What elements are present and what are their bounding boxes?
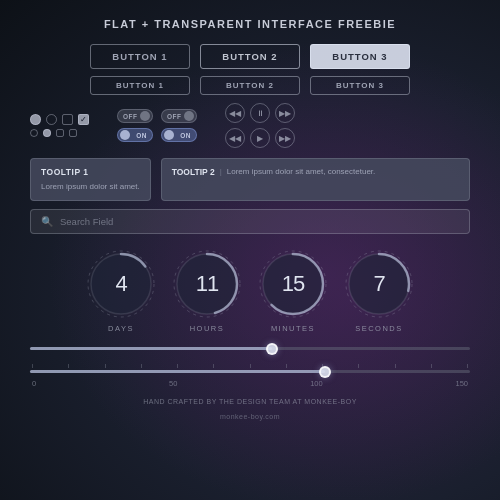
tick-4 [177, 364, 178, 368]
tick-2 [105, 364, 106, 368]
search-field-wrapper[interactable]: 🔍 Search Field [30, 209, 470, 234]
checkbox-3[interactable] [56, 129, 64, 137]
buttons-row-1: BUTTON 1 BUTTON 2 BUTTON 3 [30, 44, 470, 69]
tick-10 [395, 364, 396, 368]
toggle-off-label-1: OFF [123, 113, 138, 120]
media-controls-row-2: ◀◀ ▶ ▶▶ [225, 128, 295, 148]
button-2[interactable]: BUTTON 2 [200, 44, 300, 69]
tooltips-row: TOOLTIP 1 Lorem ipsum dolor sit amet. TO… [30, 158, 470, 201]
tick-5 [213, 364, 214, 368]
button-1-small[interactable]: BUTTON 1 [90, 76, 190, 95]
pause-button[interactable]: ⏸ [250, 103, 270, 123]
toggle-row-1: OFF OFF [117, 109, 197, 123]
timer-hours: 11 HOURS [171, 248, 243, 333]
tick-1 [68, 364, 69, 368]
timer-minutes: 15 MINUTES [257, 248, 329, 333]
radio-2[interactable] [46, 114, 57, 125]
toggles-group: OFF OFF ON ON [117, 109, 197, 142]
prev-button[interactable]: ◀◀ [225, 103, 245, 123]
radio-3[interactable] [30, 129, 38, 137]
footer-line-1: HAND CRAFTED BY THE DESIGN TEAM AT MONKE… [30, 398, 470, 405]
timer-minutes-value: 15 [282, 271, 304, 297]
timer-days-circle: 4 [85, 248, 157, 320]
timer-days-inner: 4 [85, 248, 157, 320]
button-3-small[interactable]: BUTTON 3 [310, 76, 410, 95]
toggle-on-1[interactable]: ON [117, 128, 153, 142]
tick-0 [32, 364, 33, 368]
toggle-knob-4 [164, 130, 174, 140]
prev-button-2[interactable]: ◀◀ [225, 128, 245, 148]
tick-6 [250, 364, 251, 368]
toggle-knob-3 [120, 130, 130, 140]
tick-7 [286, 364, 287, 368]
timer-minutes-label: MINUTES [271, 324, 315, 333]
tick-12 [467, 364, 468, 368]
toggle-knob-1 [140, 111, 150, 121]
timer-minutes-circle: 15 [257, 248, 329, 320]
slider-2-markers: 0 50 100 150 [30, 379, 470, 388]
tooltip-divider: | [220, 167, 222, 176]
tooltip-1-text: Lorem ipsum dolor sit amet. [41, 181, 140, 192]
slider-1-track[interactable] [30, 347, 470, 350]
toggle-on-label-1: ON [136, 132, 147, 139]
timer-days: 4 DAYS [85, 248, 157, 333]
marker-0: 0 [32, 379, 36, 388]
slider-2-wrapper: 0 50 100 150 [30, 364, 470, 388]
footer-line-2: monkee-boy.com [220, 413, 280, 420]
toggle-off-2[interactable]: OFF [161, 109, 197, 123]
timer-seconds-inner: 7 [343, 248, 415, 320]
next-button-2[interactable]: ▶▶ [275, 128, 295, 148]
checkbox-2-checked[interactable]: ✓ [78, 114, 89, 125]
tooltip-1-title: TOOLTIP 1 [41, 167, 140, 177]
timer-days-value: 4 [115, 271, 126, 297]
marker-50: 50 [169, 379, 177, 388]
radio-checkbox-group: ✓ [30, 114, 89, 137]
slider-2-ticks [30, 364, 470, 368]
marker-100: 100 [310, 379, 323, 388]
toggle-on-2[interactable]: ON [161, 128, 197, 142]
slider-2-thumb[interactable] [319, 366, 331, 378]
toggle-row-2: ON ON [117, 128, 197, 142]
toggle-on-label-2: ON [180, 132, 191, 139]
button-1[interactable]: BUTTON 1 [90, 44, 190, 69]
timer-seconds-value: 7 [373, 271, 384, 297]
tick-3 [141, 364, 142, 368]
media-controls-group: ◀◀ ⏸ ▶▶ ◀◀ ▶ ▶▶ [215, 103, 295, 148]
timers-row: 4 DAYS 11 HOURS [30, 248, 470, 333]
checkbox-1[interactable] [62, 114, 73, 125]
tooltip-2-title: TOOLTIP 2 [172, 167, 215, 177]
timer-hours-circle: 11 [171, 248, 243, 320]
toggle-off-label-2: OFF [167, 113, 182, 120]
toggle-knob-2 [184, 111, 194, 121]
timer-days-label: DAYS [108, 324, 134, 333]
tick-11 [431, 364, 432, 368]
marker-150: 150 [455, 379, 468, 388]
toggle-off-1[interactable]: OFF [117, 109, 153, 123]
slider-2-track[interactable] [30, 370, 470, 373]
tooltip-1: TOOLTIP 1 Lorem ipsum dolor sit amet. [30, 158, 151, 201]
slider-1-fill [30, 347, 272, 350]
timer-seconds-circle: 7 [343, 248, 415, 320]
timer-hours-label: HOURS [190, 324, 225, 333]
radio-4-selected[interactable] [43, 129, 51, 137]
play-button[interactable]: ▶ [250, 128, 270, 148]
radio-row-1: ✓ [30, 114, 89, 125]
button-3[interactable]: BUTTON 3 [310, 44, 410, 69]
page-title: FLAT + TRANSPARENT INTERFACE FREEBIE [30, 18, 470, 30]
next-button[interactable]: ▶▶ [275, 103, 295, 123]
button-2-small[interactable]: BUTTON 2 [200, 76, 300, 95]
tooltip-2: TOOLTIP 2 | Lorem ipsum dolor sit amet, … [161, 158, 470, 201]
tooltip-2-text: Lorem ipsum dolor sit amet, consectetuer… [227, 167, 376, 176]
timer-seconds: 7 SECONDS [343, 248, 415, 333]
slider-1-thumb[interactable] [266, 343, 278, 355]
timer-hours-value: 11 [196, 271, 218, 297]
buttons-row-2: BUTTON 1 BUTTON 2 BUTTON 3 [30, 76, 470, 95]
sliders-section: 0 50 100 150 [30, 347, 470, 388]
checkbox-4[interactable] [69, 129, 77, 137]
media-controls-row-1: ◀◀ ⏸ ▶▶ [225, 103, 295, 123]
radio-1-selected[interactable] [30, 114, 41, 125]
footer: HAND CRAFTED BY THE DESIGN TEAM AT MONKE… [30, 398, 470, 423]
timer-hours-inner: 11 [171, 248, 243, 320]
timer-minutes-inner: 15 [257, 248, 329, 320]
search-icon: 🔍 [41, 216, 53, 227]
